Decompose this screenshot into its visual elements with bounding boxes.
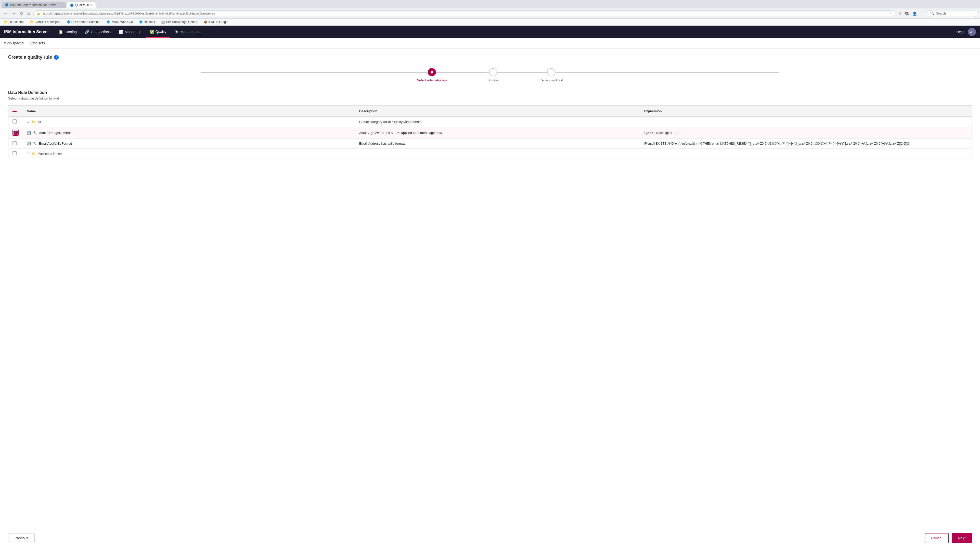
sub-nav-workspaces[interactable]: Workspaces <box>4 40 24 46</box>
row-adult-icons: 🔄 🔧 AdultInRangeNumeric <box>27 131 351 135</box>
table-row: 🔄 🔧 AdultInRangeNumeric Adult: Age >= 18… <box>8 127 972 139</box>
row-all-checkbox[interactable] <box>13 120 17 123</box>
nav-menu: 📋 Catalog 🔗 Connections 📊 Monitoring ✅ Q… <box>55 26 956 38</box>
row-email-checkbox[interactable] <box>13 141 17 145</box>
step-3-circle <box>547 68 555 76</box>
bookmark-yarn-label: YARN Web GUI <box>111 20 133 24</box>
nav-catalog[interactable]: 📋 Catalog <box>55 26 80 38</box>
sub-nav: Workspaces Data sets <box>0 38 980 48</box>
bookmark-hdp-label: HDP Ambari Console <box>72 20 100 24</box>
menu-icon[interactable]: ⋮ <box>920 10 925 17</box>
tab-close-2[interactable]: ✕ <box>90 3 92 7</box>
row-published-checkbox[interactable] <box>13 151 17 155</box>
search-icon: 🔍 <box>930 11 935 16</box>
nav-catalog-label: Catalog <box>65 30 77 34</box>
row-adult-name-cell: 🔄 🔧 AdultInRangeNumeric <box>23 127 355 139</box>
bookmark-launchpad-label: Launchpad <box>8 20 24 24</box>
section-subtitle: Select a data rule definition to bind <box>8 96 972 100</box>
management-icon: ⚙️ <box>175 30 179 34</box>
nav-connections[interactable]: 🔗 Connections <box>81 26 114 38</box>
star-icon[interactable]: ☆ <box>889 12 892 15</box>
rule-icon: 🔧 <box>33 131 37 135</box>
monitoring-icon: 📊 <box>119 30 123 34</box>
stepper-steps: Select rule definition Binding Review an… <box>417 68 563 82</box>
user-avatar[interactable]: AI <box>968 28 976 36</box>
reload-button[interactable]: ↻ <box>18 10 25 17</box>
app-header: IBM Information Server 📋 Catalog 🔗 Conne… <box>0 26 980 38</box>
row-all-expr-cell <box>640 116 972 127</box>
rule-icon-2: 🔧 <box>33 142 37 145</box>
bookmark-launchpad[interactable]: ⭐ Launchpad <box>2 20 25 24</box>
tab-ibm-infosphere[interactable]: 🔵 IBM InfoSphere Information Serve... ✕ <box>2 2 66 8</box>
home-button[interactable]: ⌂ <box>26 10 31 17</box>
row-adult-checkbox-cell <box>8 127 23 139</box>
step-1: Select rule definition <box>417 68 447 82</box>
collapsed-icon[interactable]: ⌃ <box>27 152 30 156</box>
forward-button[interactable]: → <box>10 10 18 17</box>
nav-quality-label: Quality <box>156 30 167 33</box>
tab-label-2: Quality UI <box>75 3 89 7</box>
step-3: Review and test <box>539 68 563 82</box>
page-title: Create a quality rule <box>8 54 52 60</box>
bookmark-classic-launchpad[interactable]: ⭐ Classic Launchpad <box>28 20 62 24</box>
address-icons: ☆ <box>889 12 892 15</box>
bookmark-reindex-icon: 🔷 <box>139 20 143 24</box>
bookmark-hdp-ambari[interactable]: 🔷 HDP Ambari Console <box>65 20 102 24</box>
header-description: Description <box>355 105 640 117</box>
back-button[interactable]: ← <box>2 10 9 17</box>
tab-favicon-1: 🔵 <box>5 3 9 6</box>
row-email-icons: 🔄 🔧 EmailAddrValidFormat <box>27 142 351 145</box>
nav-monitoring[interactable]: 📊 Monitoring <box>115 26 145 38</box>
profile-icon[interactable]: 👤 <box>912 10 918 17</box>
row-email-expr-cell: IF email EXISTS AND len(trim(email)) <> … <box>640 139 972 149</box>
header-checkbox-cell: ▬ <box>8 105 23 117</box>
row-adult-name: AdultInRangeNumeric <box>39 131 72 135</box>
tab-label-1: IBM InfoSphere Information Serve... <box>10 3 59 7</box>
bookmark-ibm-knowledge[interactable]: 🏢 IBM Knowledge Center <box>160 20 199 24</box>
row-adult-checkbox[interactable] <box>14 131 18 135</box>
search-input[interactable] <box>936 12 972 15</box>
nav-management[interactable]: ⚙️ Management <box>171 26 205 38</box>
tab-close-1[interactable]: ✕ <box>60 3 63 6</box>
row-email-name-cell: 🔄 🔧 EmailAddrValidFormat <box>23 139 355 149</box>
extensions-icon[interactable]: ⠿ <box>897 10 902 17</box>
address-input[interactable]: 🔒 https://iis-ugstack.ibm.demo/ibm/iis/q… <box>33 10 896 16</box>
row-all-checkbox-cell <box>8 116 23 127</box>
tab-quality-ui[interactable]: 🔵 Quality UI ✕ <box>67 2 96 8</box>
table-row: 🔄 🔧 EmailAddrValidFormat Email Address h… <box>8 139 972 149</box>
bookmark-reindex[interactable]: 🔷 Reindex <box>137 20 156 24</box>
step-2-label: Binding <box>488 78 499 82</box>
row-adult-checked-wrapper <box>13 129 19 136</box>
info-icon[interactable]: i <box>54 55 59 60</box>
row-adult-expr-cell: age >= 18 and age < 120 <box>640 127 972 139</box>
row-all-desc-cell: Global category for all QualityComponent… <box>355 116 640 127</box>
header-checkbox-icon[interactable]: ▬ <box>13 109 17 113</box>
expand-icon[interactable]: ⌄ <box>27 120 30 124</box>
bookmark-hdp-icon: 🔷 <box>67 20 70 24</box>
new-tab-button[interactable]: + <box>97 2 103 8</box>
bookmark-classic-label: Classic Launchpad <box>34 20 60 24</box>
address-text: https://iis-ugstack.ibm.demo/ibm/iis/qua… <box>42 12 888 15</box>
header-name: Name <box>23 105 355 117</box>
bookmark-manager-icon[interactable]: 📚 <box>904 10 910 17</box>
help-link[interactable]: Help <box>956 30 964 34</box>
app-logo: IBM Information Server <box>4 30 49 34</box>
row-email-expr: IF email EXISTS AND len(trim(email)) <> … <box>644 142 910 145</box>
search-box[interactable]: 🔍 <box>927 10 978 17</box>
row-published-name: Published Rules <box>38 152 62 156</box>
quality-icon: ✅ <box>150 30 154 33</box>
bookmark-yarn[interactable]: 🔷 YARN Web GUI <box>105 20 134 24</box>
table-body: ⌄ 📁 All Global category for all QualityC… <box>8 116 972 159</box>
sub-nav-datasets[interactable]: Data sets <box>30 40 45 46</box>
step-2: Binding <box>488 68 499 82</box>
address-bar-row: ← → ↻ ⌂ 🔒 https://iis-ugstack.ibm.demo/i… <box>0 8 980 19</box>
step-1-circle <box>428 68 436 76</box>
bookmark-ibm-box[interactable]: 📦 IBM Box Login <box>202 20 230 24</box>
connections-icon: 🔗 <box>85 30 89 34</box>
nav-quality[interactable]: ✅ Quality <box>146 26 170 38</box>
row-published-expr-cell <box>640 149 972 159</box>
tab-bar: 🔵 IBM InfoSphere Information Serve... ✕ … <box>0 0 980 8</box>
nav-management-label: Management <box>180 30 201 34</box>
step-3-label: Review and test <box>539 78 563 82</box>
bookmark-ibm-box-label: IBM Box Login <box>208 20 228 24</box>
